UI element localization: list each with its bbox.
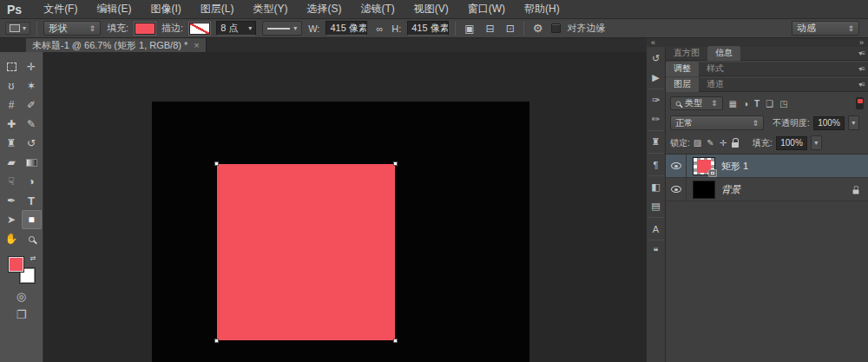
shape-width-input[interactable]: 415 像素 — [326, 21, 367, 36]
swap-colors-icon[interactable]: ⇄ — [30, 254, 36, 262]
anchor-handle-top-left[interactable] — [214, 161, 219, 166]
tab-info[interactable]: 信息 — [707, 46, 740, 61]
align-edges-checkbox[interactable] — [551, 23, 561, 33]
collapse-panels-icon[interactable]: « — [651, 38, 655, 47]
brush-panel-icon[interactable]: ✑ — [648, 92, 665, 109]
menu-filter[interactable]: 滤镜(T) — [351, 0, 404, 18]
foreground-color-swatch[interactable] — [9, 257, 23, 272]
opacity-input[interactable]: 100% — [813, 116, 845, 130]
clone-source-panel-icon[interactable]: ♜ — [648, 134, 665, 150]
healing-brush-tool[interactable]: ✚ — [2, 115, 22, 134]
hand-tool[interactable]: ✋ — [2, 229, 22, 248]
fill-color-swatch[interactable] — [135, 23, 155, 35]
filter-type-layers-icon[interactable]: T — [754, 99, 760, 109]
close-icon[interactable]: × — [194, 40, 199, 50]
anchor-handle-bottom-right[interactable] — [393, 339, 398, 343]
tab-histogram[interactable]: 直方图 — [666, 46, 707, 61]
lock-all-icon[interactable] — [732, 142, 739, 148]
history-brush-tool[interactable]: ↺ — [22, 134, 42, 153]
rectangle-tool[interactable]: ■ — [22, 210, 42, 229]
filter-shape-layers-icon[interactable]: ❑ — [766, 99, 773, 109]
gear-icon[interactable]: ⚙ — [530, 22, 546, 35]
tab-layers[interactable]: 图层 — [666, 77, 699, 92]
tab-adjustments[interactable]: 调整 — [666, 62, 699, 76]
smudge-tool[interactable]: ☟ — [2, 172, 22, 191]
magic-wand-tool[interactable]: ✶ — [22, 76, 42, 95]
layers-empty-area[interactable] — [666, 201, 868, 362]
filter-adjustment-layers-icon[interactable]: ◑ — [743, 99, 748, 109]
lock-position-icon[interactable]: ✛ — [720, 138, 727, 148]
path-selection-tool[interactable]: ➤ — [2, 210, 22, 229]
stroke-width-field[interactable]: 8 点 ▾ — [216, 21, 256, 36]
menu-view[interactable]: 视图(V) — [404, 0, 458, 18]
clone-stamp-tool[interactable]: ♜ — [2, 134, 22, 153]
workspace-switcher[interactable]: 动感 ⇕ — [792, 21, 859, 36]
character-panel-icon[interactable]: A — [648, 220, 665, 237]
blend-mode-select[interactable]: 正常 ⇕ — [670, 115, 764, 130]
menu-type[interactable]: 类型(Y) — [243, 0, 297, 18]
visibility-cell[interactable] — [666, 178, 687, 201]
menu-image[interactable]: 图像(I) — [141, 0, 190, 18]
document-tab[interactable]: 未标题-1 @ 66.7% (矩形 1, RGB/8) * × — [26, 38, 207, 52]
filter-smart-objects-icon[interactable]: ◳ — [779, 99, 787, 109]
layer-row-rectangle-1[interactable]: 矩形 1 — [666, 155, 868, 178]
brush-presets-panel-icon[interactable]: ✏ — [648, 111, 665, 128]
lasso-tool[interactable]: ʊ — [2, 76, 22, 95]
visibility-cell[interactable] — [666, 155, 687, 177]
path-alignment-icon[interactable]: ⊟ — [483, 23, 497, 35]
opacity-dropdown-button[interactable]: ▾ — [848, 115, 859, 130]
layer-row-background[interactable]: 背景 — [666, 178, 868, 201]
menu-window[interactable]: 窗口(W) — [458, 0, 515, 18]
menu-layer[interactable]: 图层(L) — [191, 0, 244, 18]
notes-panel-icon[interactable]: ❝ — [648, 243, 665, 260]
panel-menu-icon[interactable]: ▾≡ — [858, 81, 865, 89]
layer-filter-select[interactable]: 类型 ⇕ — [670, 96, 723, 110]
panel-menu-icon[interactable]: ▾≡ — [858, 65, 865, 73]
anchor-handle-top-right[interactable] — [393, 161, 398, 166]
tool-mode-select[interactable]: 形状 ⇕ — [43, 21, 101, 36]
gradient-tool[interactable] — [22, 153, 42, 172]
rectangle-shape[interactable] — [217, 164, 395, 340]
screen-mode-button[interactable]: ❐ — [16, 308, 27, 321]
link-dimensions-icon[interactable]: ∞ — [373, 23, 385, 34]
lock-transparent-pixels-icon[interactable]: ▨ — [694, 138, 701, 148]
actions-panel-icon[interactable]: ▶ — [648, 69, 665, 86]
stroke-color-swatch[interactable] — [189, 23, 210, 35]
character-styles-panel-icon[interactable]: ◧ — [648, 179, 665, 195]
lock-image-pixels-icon[interactable]: ✎ — [707, 138, 713, 148]
tab-channels[interactable]: 通道 — [699, 77, 732, 92]
menu-select[interactable]: 选择(S) — [297, 0, 351, 18]
layer-thumbnail[interactable] — [693, 181, 715, 199]
eyedropper-tool[interactable]: ✐ — [22, 95, 42, 115]
zoom-tool[interactable] — [22, 229, 42, 248]
type-tool[interactable]: T — [22, 191, 42, 210]
quick-mask-button[interactable]: ◎ — [16, 290, 26, 303]
shape-height-input[interactable]: 415 像素 — [407, 21, 449, 36]
stroke-style-picker[interactable]: ▾ — [262, 21, 302, 36]
filter-pixel-layers-icon[interactable]: ▦ — [729, 99, 737, 109]
menu-edit[interactable]: 编辑(E) — [87, 0, 141, 18]
layer-fill-input[interactable]: 100% — [776, 136, 807, 150]
menu-file[interactable]: 文件(F) — [34, 0, 87, 18]
rectangular-marquee-tool[interactable] — [2, 57, 22, 76]
expand-panels-icon[interactable]: » — [859, 38, 864, 47]
history-panel-icon[interactable]: ↺ — [648, 50, 665, 67]
brush-tool[interactable]: ✎ — [22, 115, 42, 134]
path-arrangement-icon[interactable]: ⊡ — [503, 23, 517, 35]
path-operations-icon[interactable]: ▣ — [462, 23, 477, 35]
dodge-tool[interactable]: ◑ — [22, 172, 42, 191]
layer-thumbnail[interactable] — [693, 157, 715, 175]
paragraph-panel-icon[interactable]: ¶ — [648, 156, 665, 173]
anchor-handle-bottom-left[interactable] — [214, 339, 219, 343]
tool-preset-picker[interactable]: ▾ — [5, 22, 30, 35]
fill-dropdown-button[interactable]: ▾ — [811, 135, 822, 150]
layer-filter-toggle[interactable] — [856, 97, 864, 109]
crop-tool[interactable]: # — [2, 95, 22, 115]
eraser-tool[interactable]: ▰ — [2, 153, 22, 172]
move-tool[interactable]: ✛ — [22, 57, 42, 76]
panel-menu-icon[interactable]: ▾≡ — [858, 49, 865, 57]
tab-styles[interactable]: 样式 — [699, 62, 732, 76]
pen-tool[interactable]: ✒ — [2, 191, 22, 210]
paragraph-styles-panel-icon[interactable]: ▤ — [648, 198, 665, 214]
document-canvas[interactable] — [152, 102, 529, 362]
